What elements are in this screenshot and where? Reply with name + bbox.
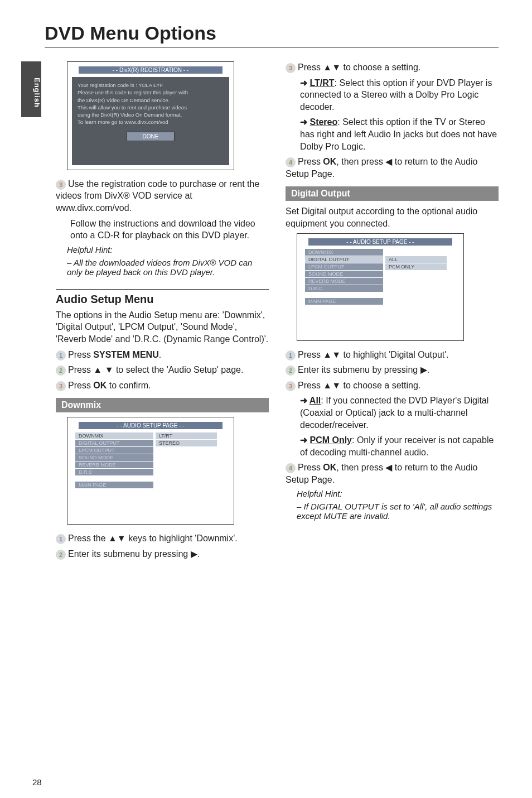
menu-item: REVERB MODE [75, 462, 153, 468]
menu-item: PCM ONLY [385, 263, 447, 270]
step-number-2-icon: 2 [56, 366, 66, 376]
reg-line: This will allow you to rent and purchase… [78, 104, 224, 111]
step-3b-text: Follow the instructions and download the… [70, 218, 269, 242]
menu-item: D.R.C [75, 469, 153, 475]
lt-rt-label: LT/RT [309, 78, 334, 88]
menu-item: SOUND MODE [305, 271, 383, 277]
pcm-label: PCM Only [309, 435, 352, 445]
digital-output-screenshot: - - AUDIO SETUP PAGE - - DOWNMIX DIGITAL… [297, 233, 464, 341]
divx-registration-screenshot: - - DivX(R) REGISTRATION - - Your regist… [67, 61, 234, 170]
arrow-icon: ➜ [300, 117, 309, 127]
page-number: 28 [32, 777, 42, 787]
title-rule [45, 47, 499, 48]
d2-text: Enter its submenu by pressing ▶. [298, 365, 429, 374]
step-number-1-icon: 1 [56, 350, 66, 360]
r3-lt-line: ➜ LT/RT: Select this option if your DVD … [300, 77, 499, 113]
section-rule [56, 289, 269, 290]
menu-item: DIGITAL OUTPUT [75, 440, 153, 446]
audio-setup-heading: Audio Setup Menu [56, 293, 269, 306]
arrow-icon: ➜ [300, 78, 309, 88]
foot-1-text: Press the ▲▼ keys to highlight 'Downmix'… [68, 533, 238, 543]
all-label: All [309, 396, 321, 405]
reg-line: Please use this code to register this pl… [78, 89, 224, 96]
d-step-4: 4Press OK, then press ◀ to return to the… [286, 462, 499, 485]
hint-label: Helpful Hint: [67, 245, 269, 254]
foot-2-text: Enter its submenu by pressing ▶. [68, 549, 200, 559]
downmix-heading: Downmix [56, 398, 269, 412]
menu-item: LPCM OUTPUT [75, 447, 153, 454]
menu-item: D.R.C [305, 285, 383, 292]
step-3a-text: Use the registration code to purchase or… [56, 179, 259, 213]
menu-item: DOWNMIX [305, 249, 383, 256]
menu-item-main: MAIN PAGE [75, 482, 153, 488]
d3a-text: Press ▲▼ to choose a setting. [298, 381, 420, 390]
step-number-3-icon: 3 [56, 381, 66, 391]
menu-item: DIGITAL OUTPUT [305, 256, 383, 263]
right-column: 3Press ▲▼ to choose a setting. ➜ LT/RT: … [286, 58, 499, 564]
menu-item: LT/RT [156, 432, 217, 439]
reg-line: the DivX(R) Video On Demand service. [78, 97, 224, 104]
step-number-2-icon: 2 [56, 550, 66, 560]
foot-2: 2Enter its submenu by pressing ▶. [56, 548, 269, 560]
foot-1: 1Press the ▲▼ keys to highlight 'Downmix… [56, 532, 269, 545]
step-2-text: Press ▲ ▼ to select the 'Audio Setup' pa… [68, 365, 243, 374]
language-tab: English [21, 61, 41, 117]
done-button: DONE [127, 132, 175, 141]
downmix-screenshot: - - AUDIO SETUP PAGE - - DOWNMIX DIGITAL… [67, 417, 234, 525]
arrow-icon: ➜ [300, 435, 309, 445]
step-1: 1Press SYSTEM MENU. [56, 349, 269, 361]
step-number-2-icon: 2 [286, 366, 296, 376]
reg-body: Your registration code is : YDLAILYF Ple… [72, 77, 229, 165]
step-3c: 3Press OK to confirm. [56, 379, 269, 392]
hint-body-2: – If DIGITAL OUTPUT is set to 'All', all… [297, 502, 499, 521]
d-step-2: 2Enter its submenu by pressing ▶. [286, 364, 499, 376]
reg-title: - - DivX(R) REGISTRATION - - [79, 66, 223, 74]
step-number-4-icon: 4 [286, 157, 296, 167]
menu-item: STEREO [156, 440, 217, 446]
d-step-1: 1Press ▲▼ to highlight 'Digital Output'. [286, 349, 499, 361]
r-step-4: 4Press OK, then press ◀ to return to the… [286, 156, 499, 180]
hint-body: – All the downloaded videos from DivX® V… [67, 258, 269, 277]
reg-line: To learn more go to www.divx.com/vod [78, 118, 224, 126]
page-title: DVD Menu Options [45, 22, 499, 44]
r3a-text: Press ▲▼ to choose a setting. [298, 63, 420, 72]
step-number-4-icon: 4 [286, 463, 296, 473]
menu-item: LPCM OUTPUT [305, 263, 383, 270]
digital-output-heading: Digital Output [286, 186, 499, 201]
step-2: 2Press ▲ ▼ to select the 'Audio Setup' p… [56, 364, 269, 376]
step-number-1-icon: 1 [286, 350, 296, 360]
reg-line: Your registration code is : YDLAILYF [78, 81, 224, 89]
reg-line: using the DivX(R) Video On Demand format… [78, 111, 224, 118]
r3-stereo-line: ➜ Stereo: Select this option if the TV o… [300, 116, 499, 152]
d-step-3: 3Press ▲▼ to choose a setting. [286, 379, 499, 392]
r-step-3: 3Press ▲▼ to choose a setting. [286, 61, 499, 74]
menu-item: SOUND MODE [75, 454, 153, 461]
hint-label-2: Helpful Hint: [297, 489, 499, 498]
d3-all-line: ➜ All: If you connected the DVD Player's… [300, 395, 499, 431]
left-column: - - DivX(R) REGISTRATION - - Your regist… [56, 58, 269, 564]
d3-pcm-line: ➜ PCM Only: Only if your receiver is not… [300, 434, 499, 458]
step-number-1-icon: 1 [56, 534, 66, 544]
step-number-3-icon: 3 [286, 63, 296, 73]
menu-item-main: MAIN PAGE [305, 298, 383, 305]
stereo-label: Stereo [309, 117, 337, 127]
step-number-3-icon: 3 [286, 381, 296, 391]
step-number-3-icon: 3 [56, 180, 66, 190]
menu-item: REVERB MODE [305, 278, 383, 285]
arrow-icon: ➜ [300, 396, 309, 405]
digital-intro: Set Digital output according to the opti… [286, 205, 499, 229]
all-body: : If you connected the DVD Player's Digi… [300, 396, 489, 429]
downmix-box-title: - - AUDIO SETUP PAGE - - [79, 422, 223, 429]
menu-item: ALL [385, 256, 447, 263]
digital-box-title: - - AUDIO SETUP PAGE - - [308, 238, 452, 246]
audio-setup-intro: The options in the Audio Setup menu are:… [56, 309, 269, 345]
menu-item: DOWNMIX [75, 432, 153, 439]
d1-text: Press ▲▼ to highlight 'Digital Output'. [298, 350, 449, 359]
step-text: 3Use the registration code to purchase o… [56, 178, 269, 214]
